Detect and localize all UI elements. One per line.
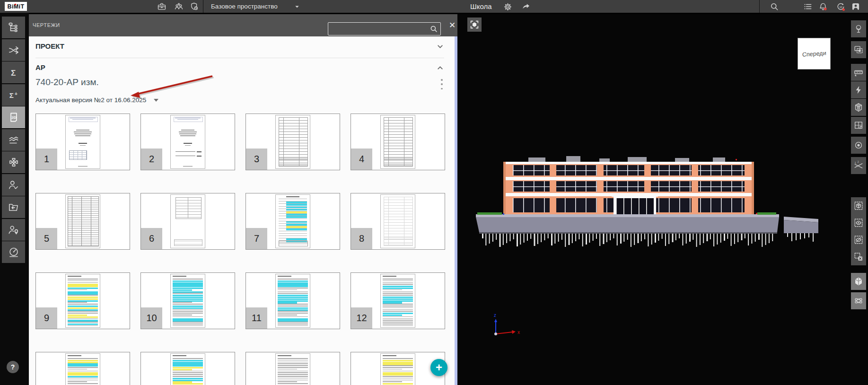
drawing-page-preview — [65, 274, 100, 328]
axis-gizmo: z x — [476, 298, 528, 341]
sidebar-item-plugins[interactable] — [2, 151, 25, 173]
sidebar-item-charts[interactable] — [2, 129, 25, 151]
version-selector[interactable]: Актуальная версия №2 от 16.06.2025 — [35, 96, 158, 104]
drawing-page-preview — [65, 194, 100, 248]
isolate-object-icon[interactable] — [851, 197, 866, 214]
history-icon[interactable]: 10 — [835, 1, 846, 12]
clear-selection-icon[interactable] — [851, 248, 866, 265]
drawing-page-preview — [170, 274, 205, 328]
cube-section-icon[interactable] — [851, 99, 866, 116]
hide-object-icon[interactable] — [851, 231, 866, 248]
svg-text:2D: 2D — [11, 115, 17, 120]
drawing-page-preview — [65, 115, 100, 169]
users-group-icon[interactable] — [174, 1, 184, 12]
bell-icon[interactable] — [818, 1, 828, 12]
gear-icon[interactable] — [502, 1, 513, 12]
axis-x-label: x — [517, 330, 520, 335]
drawing-page-tile[interactable]: 1 — [35, 114, 130, 170]
page-number-badge: 2 — [141, 149, 162, 170]
sidebar-item-drawings-2d[interactable]: 2D — [2, 106, 25, 128]
page-number-badge: 5 — [36, 228, 57, 249]
app-logo[interactable]: BiMiT — [5, 2, 27, 11]
drawing-page-tile[interactable]: 4 — [351, 114, 445, 170]
orbit-view-icon[interactable] — [851, 292, 866, 309]
drawing-page-tile[interactable]: 3 — [245, 114, 340, 170]
logo-red-dot — [15, 4, 16, 5]
svg-text:2: 2 — [858, 160, 859, 163]
briefcase-icon[interactable] — [157, 1, 167, 12]
sidebar-item-sum-add[interactable]: Σ+ — [2, 84, 25, 106]
drawing-page-tile[interactable]: 13 — [35, 352, 130, 385]
page-number-badge: 6 — [141, 228, 162, 249]
caret-down-icon[interactable] — [292, 1, 302, 12]
drawings-panel-title: ЧЕРТЕЖИ — [33, 22, 60, 28]
drawing-page-preview — [380, 274, 415, 328]
svg-text:Σ: Σ — [11, 68, 16, 78]
focus-target-icon[interactable] — [851, 137, 866, 154]
sidebar-item-shared-folder[interactable] — [2, 196, 25, 218]
view-cube-front[interactable]: Спереди — [798, 38, 831, 70]
sidebar-item-model-structure[interactable] — [2, 17, 25, 38]
drawing-page-tile[interactable]: 5 — [35, 193, 130, 250]
workspace-selector-label[interactable]: Базовое пространство — [211, 0, 278, 13]
section-flash-icon[interactable] — [851, 81, 866, 98]
drawing-page-tile[interactable]: 7 — [245, 193, 340, 250]
drawings-search-input[interactable] — [328, 26, 430, 33]
viewport-3d[interactable]: Спереди z x 12 — [457, 14, 868, 385]
drawing-page-preview — [380, 353, 415, 385]
drawing-page-tile[interactable]: 14 — [140, 352, 235, 385]
drawing-page-preview — [275, 194, 310, 248]
drawing-page-tile[interactable]: 2 — [140, 114, 235, 170]
kebab-menu-icon[interactable] — [438, 78, 445, 90]
history-badge — [842, 8, 844, 10]
drawing-page-tile[interactable]: 10 — [140, 272, 235, 329]
user-avatar-icon[interactable] — [850, 1, 861, 12]
list-icon[interactable] — [803, 1, 813, 12]
history-count: 10 — [839, 5, 842, 8]
sidebar-item-user-location[interactable] — [2, 219, 25, 241]
drawing-page-tile[interactable]: 11 — [245, 272, 340, 329]
focus-model-icon[interactable] — [467, 18, 482, 32]
chevron-up-icon[interactable] — [437, 64, 444, 72]
search-icon[interactable] — [769, 1, 780, 12]
share-icon[interactable] — [521, 1, 531, 12]
drawing-page-preview — [170, 115, 205, 169]
add-button[interactable]: + — [430, 359, 447, 376]
page-number-badge: 3 — [246, 149, 267, 170]
sidebar-item-dashboard-gauge[interactable] — [2, 241, 25, 263]
view-cube-label: Спереди — [802, 50, 826, 58]
drawing-page-tile[interactable]: 12 — [351, 272, 445, 329]
ruler-icon[interactable] — [851, 64, 866, 81]
sidebar-item-sum[interactable]: Σ — [2, 61, 25, 83]
topbar-divider — [203, 0, 203, 13]
close-icon[interactable]: ✕ — [447, 20, 457, 31]
drawing-page-tile[interactable]: 8 — [351, 193, 445, 250]
tree-view-icon[interactable] — [851, 20, 866, 37]
axes-grid-icon[interactable]: 12 — [851, 157, 866, 174]
capture-region-icon[interactable] — [851, 41, 866, 58]
show-object-icon[interactable] — [851, 214, 866, 231]
shield-clock-icon[interactable] — [189, 1, 200, 12]
section-project[interactable]: ПРОЕКТ — [35, 42, 64, 50]
drawings-search-box[interactable] — [328, 22, 441, 35]
shaded-view-icon[interactable] — [851, 273, 866, 290]
top-bar: BiMiT Базовое пространство Школа — [0, 0, 868, 13]
chevron-down-icon[interactable] — [437, 43, 444, 51]
help-button[interactable]: ? — [7, 361, 19, 373]
drawing-page-preview — [65, 353, 100, 385]
help-label: ? — [11, 363, 15, 371]
drawing-page-preview — [275, 353, 310, 385]
left-sidebar: ΣΣ+2D — [0, 13, 29, 385]
page-number-badge: 9 — [36, 307, 57, 329]
plan-view-icon[interactable] — [851, 117, 866, 134]
drawing-page-tile[interactable]: 6 — [140, 193, 235, 250]
svg-text:Σ: Σ — [9, 91, 13, 99]
page-number-badge: 10 — [141, 307, 162, 329]
search-icon[interactable] — [430, 25, 438, 33]
section-ar[interactable]: АР — [35, 63, 45, 71]
sidebar-item-user-approvals[interactable] — [2, 174, 25, 196]
document-name[interactable]: 740-20-АР изм. — [35, 77, 99, 88]
drawing-page-tile[interactable]: 9 — [35, 272, 130, 329]
drawing-page-tile[interactable]: 15 — [245, 352, 340, 385]
sidebar-item-clash-detection[interactable] — [2, 39, 25, 61]
